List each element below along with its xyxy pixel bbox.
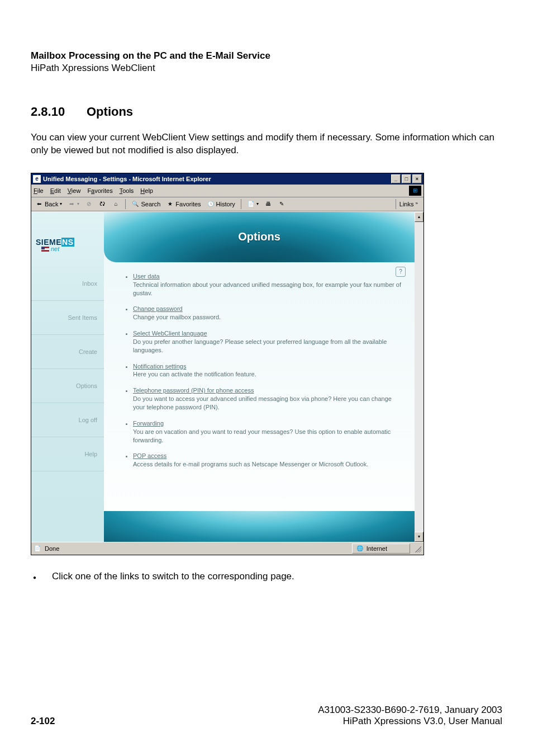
- edit-icon: ✎: [278, 200, 285, 208]
- globe-icon: 🌐: [356, 545, 364, 552]
- link-telephone-password[interactable]: Telephone password (PIN) for phone acces…: [133, 387, 254, 394]
- flag-icon: [41, 247, 49, 252]
- mail-icon: 📄: [247, 200, 255, 208]
- mail-button[interactable]: 📄▾: [245, 200, 260, 209]
- options-content: ? User dataTechnical information about y…: [104, 262, 415, 469]
- windows-logo-icon: ⊞: [409, 186, 421, 196]
- page-header-title: Mailbox Processing on the PC and the E-M…: [31, 50, 502, 62]
- page-banner: Options: [104, 212, 415, 262]
- main-content: Options ? User dataTechnical information…: [104, 212, 415, 542]
- search-button[interactable]: 🔍Search: [130, 200, 162, 209]
- security-zone: 🌐Internet: [352, 544, 410, 554]
- print-icon: 🖶: [264, 200, 272, 208]
- done-icon: 📄: [34, 545, 41, 552]
- edit-button[interactable]: ✎: [276, 200, 287, 209]
- link-forwarding[interactable]: Forwarding: [133, 420, 164, 427]
- stop-icon: ⊘: [85, 200, 93, 208]
- refresh-icon: 🗘: [98, 200, 106, 208]
- list-item-desc: Do you prefer another language? Please s…: [133, 338, 387, 353]
- sidebar-item-logoff[interactable]: Log off: [31, 403, 104, 437]
- toolbar: ⬅Back ▾ ➡ ▾ ⊘ 🗘 ⌂ 🔍Search ★Favorites 🕓Hi…: [31, 197, 423, 211]
- section-title: Options: [87, 105, 133, 119]
- list-item: ForwardingYou are on vacation and you wa…: [133, 419, 403, 445]
- status-bar: 📄 Done 🌐Internet: [31, 542, 423, 555]
- browser-viewport: SIEMENS net Inbox Sent Items Create Opti…: [31, 211, 423, 542]
- page-footer: 2-102 A31003-S2330-B690-2-7619, January …: [31, 705, 502, 727]
- sidebar-item-options[interactable]: Options: [31, 369, 104, 403]
- list-item: POP accessAccess details for e-mail prog…: [133, 452, 403, 469]
- list-item-desc: Access details for e-mail programs such …: [133, 461, 368, 467]
- status-text: Done: [45, 545, 59, 552]
- vertical-scrollbar[interactable]: ▴ ▾: [415, 212, 423, 542]
- manual-title: HiPath Xpressions V3.0, User Manual: [318, 716, 502, 727]
- home-icon: ⌂: [112, 200, 120, 208]
- maximize-button[interactable]: □: [402, 174, 411, 183]
- resize-grip-icon[interactable]: [413, 545, 421, 552]
- list-item: User dataTechnical information about you…: [133, 272, 403, 297]
- home-button[interactable]: ⌂: [110, 200, 121, 209]
- menu-help[interactable]: Help: [140, 187, 153, 194]
- ie-icon: e: [33, 175, 41, 183]
- section-number: 2.8.10: [31, 105, 87, 119]
- favorites-icon: ★: [166, 200, 174, 208]
- page-number: 2-102: [31, 716, 55, 727]
- siemens-logo: SIEMENS net: [31, 238, 104, 252]
- close-button[interactable]: ×: [412, 174, 422, 183]
- footer-gradient: [104, 511, 415, 542]
- print-button[interactable]: 🖶: [263, 200, 274, 209]
- window-title: Unified Messaging - Settings - Microsoft…: [43, 176, 211, 182]
- minimize-button[interactable]: _: [391, 174, 401, 183]
- stop-button[interactable]: ⊘: [83, 200, 94, 209]
- list-item-desc: Technical information about your advance…: [133, 281, 401, 296]
- sidebar-item-sent[interactable]: Sent Items: [31, 301, 104, 335]
- back-button[interactable]: ⬅Back ▾: [34, 200, 64, 209]
- menu-view[interactable]: View: [68, 187, 81, 194]
- favorites-button[interactable]: ★Favorites: [164, 200, 202, 209]
- list-item-desc: Do you want to access your advanced unif…: [133, 395, 392, 410]
- menu-edit[interactable]: Edit: [50, 187, 61, 194]
- list-item: Telephone password (PIN) for phone acces…: [133, 386, 403, 412]
- screenshot-window: e Unified Messaging - Settings - Microso…: [31, 173, 424, 555]
- menu-tools[interactable]: Tools: [120, 187, 134, 194]
- link-user-data[interactable]: User data: [133, 273, 160, 280]
- sidebar-item-create[interactable]: Create: [31, 335, 104, 369]
- instruction-bullet: ● Click one of the links to switch to th…: [31, 571, 502, 584]
- doc-id: A31003-S2330-B690-2-7619, January 2003: [318, 705, 502, 716]
- sidebar-item-inbox[interactable]: Inbox: [31, 275, 104, 301]
- links-bar[interactable]: Links »: [396, 199, 421, 209]
- sidebar: SIEMENS net Inbox Sent Items Create Opti…: [31, 212, 104, 542]
- search-icon: 🔍: [131, 200, 139, 208]
- back-arrow-icon: ⬅: [35, 200, 43, 208]
- list-item: Notification settingsHere you can activa…: [133, 362, 403, 379]
- history-button[interactable]: 🕓History: [205, 200, 237, 209]
- list-item-desc: Change your mailbox password.: [133, 314, 221, 320]
- menu-bar: File Edit View Favorites Tools Help ⊞: [31, 185, 423, 197]
- forward-button[interactable]: ➡ ▾: [66, 200, 81, 209]
- list-item: Select WebClient languageDo you prefer a…: [133, 329, 403, 355]
- link-pop-access[interactable]: POP access: [133, 452, 166, 459]
- link-notification-settings[interactable]: Notification settings: [133, 363, 186, 370]
- link-select-language[interactable]: Select WebClient language: [133, 330, 207, 337]
- list-item-desc: Here you can activate the notification f…: [133, 371, 256, 377]
- options-list: User dataTechnical information about you…: [124, 272, 403, 469]
- history-icon: 🕓: [207, 200, 215, 208]
- help-icon[interactable]: ?: [396, 267, 406, 277]
- menu-file[interactable]: File: [34, 187, 44, 194]
- list-item: Change passwordChange your mailbox passw…: [133, 305, 403, 322]
- refresh-button[interactable]: 🗘: [97, 200, 108, 209]
- intro-paragraph: You can view your current WebClient View…: [31, 131, 502, 157]
- forward-arrow-icon: ➡: [68, 200, 75, 208]
- menu-favorites[interactable]: Favorites: [87, 187, 112, 194]
- scroll-down-icon[interactable]: ▾: [415, 532, 423, 542]
- sidebar-item-help[interactable]: Help: [31, 437, 104, 471]
- link-change-password[interactable]: Change password: [133, 305, 183, 312]
- section-heading: 2.8.10Options: [31, 105, 502, 119]
- list-item-desc: You are on vacation and you want to read…: [133, 428, 391, 443]
- page-header-subtitle: HiPath Xpressions WebClient: [31, 63, 502, 74]
- window-titlebar: e Unified Messaging - Settings - Microso…: [31, 173, 423, 185]
- scroll-up-icon[interactable]: ▴: [415, 212, 423, 222]
